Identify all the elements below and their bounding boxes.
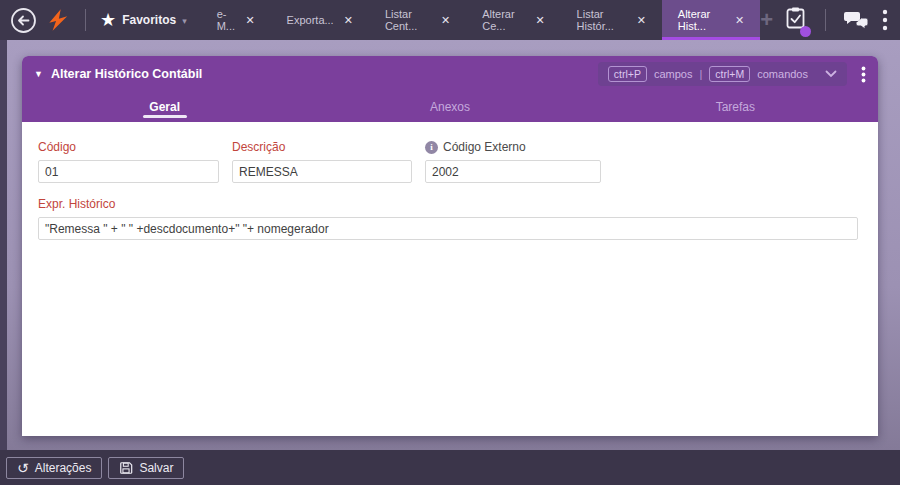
top-bar-divider (825, 9, 826, 31)
close-icon[interactable]: ✕ (735, 14, 744, 27)
tasks-clipboard-button[interactable] (785, 6, 807, 34)
new-tab-button[interactable]: + (760, 9, 773, 31)
left-edge-strip (0, 40, 7, 450)
form-area: Código Descrição i Código Externo (22, 122, 878, 436)
close-icon[interactable]: ✕ (344, 14, 353, 27)
tab-label: Listar Cent... (385, 8, 431, 32)
form-row-2: Expr. Histórico (38, 197, 862, 240)
codigo-input[interactable] (38, 160, 219, 183)
notification-dot (800, 26, 811, 37)
tab-tarefas[interactable]: Tarefas (593, 92, 878, 122)
tab-label: e-M... (217, 8, 236, 32)
shortcut-separator: | (700, 68, 703, 80)
window-tabs: e-M... ✕ Exporta... ✕ Listar Cent... ✕ A… (201, 0, 760, 40)
kebab-menu-icon (861, 66, 866, 83)
tab-e-mail[interactable]: e-M... ✕ (201, 0, 271, 40)
codigo-externo-input[interactable] (425, 160, 601, 183)
close-icon[interactable]: ✕ (441, 14, 450, 27)
codigo-externo-label: i Código Externo (425, 140, 601, 154)
tab-geral[interactable]: Geral (22, 92, 307, 122)
panel-header: ▼ Alterar Histórico Contábil ctrl+P camp… (22, 56, 878, 92)
tab-alterar-historico-active[interactable]: Alterar Hist... ✕ (662, 0, 760, 40)
field-codigo-externo: i Código Externo (425, 140, 601, 183)
tab-label: Exporta... (287, 14, 334, 26)
salvar-button[interactable]: Salvar (108, 457, 184, 479)
codigo-externo-label-text: Código Externo (443, 140, 526, 154)
tab-alterar-centro[interactable]: Alterar Ce... ✕ (466, 0, 560, 40)
tab-label: Tarefas (716, 100, 755, 114)
tab-label: Geral (149, 100, 180, 114)
shortcut-fields-label: campos (654, 68, 693, 80)
save-icon (119, 461, 133, 475)
kebab-menu-icon (882, 9, 888, 31)
info-icon[interactable]: i (425, 141, 438, 154)
keycap-ctrl-p: ctrl+P (608, 66, 647, 82)
codigo-label: Código (38, 140, 219, 154)
top-bar-left: ★ Favoritos ▾ (0, 7, 187, 34)
favorites-menu[interactable]: ★ Favoritos ▾ (100, 11, 187, 29)
chat-button[interactable] (844, 10, 870, 30)
top-bar: ★ Favoritos ▾ e-M... ✕ Exporta... ✕ List… (0, 0, 900, 40)
tab-label: Alterar Hist... (678, 8, 725, 32)
tab-label: Anexos (430, 100, 470, 114)
back-arrow-icon (10, 7, 37, 34)
close-icon[interactable]: ✕ (637, 14, 646, 27)
panel-header-actions: ctrl+P campos | ctrl+M comandos (598, 62, 866, 86)
chevron-down-icon: ▾ (182, 16, 187, 26)
star-icon: ★ (100, 11, 116, 29)
field-expr-historico: Expr. Histórico (38, 197, 858, 240)
app-window: ★ Favoritos ▾ e-M... ✕ Exporta... ✕ List… (0, 0, 900, 485)
salvar-label: Salvar (139, 461, 173, 475)
close-icon[interactable]: ✕ (245, 14, 254, 27)
tab-exportar[interactable]: Exporta... ✕ (271, 0, 369, 40)
shortcut-commands-label: comandos (757, 68, 808, 80)
back-button[interactable] (10, 7, 37, 34)
tab-listar-centro[interactable]: Listar Cent... ✕ (369, 0, 466, 40)
tab-label: Listar Histór... (577, 8, 627, 32)
close-icon[interactable]: ✕ (535, 14, 544, 27)
top-bar-divider (85, 9, 86, 31)
expr-historico-input[interactable] (38, 217, 858, 240)
overflow-menu-button[interactable] (882, 9, 888, 31)
field-codigo: Código (38, 140, 219, 183)
alteracoes-label: Alterações (35, 461, 92, 475)
field-descricao: Descrição (232, 140, 412, 183)
keycap-ctrl-m: ctrl+M (709, 66, 750, 82)
brand-logo-icon[interactable] (45, 7, 71, 33)
tab-listar-historico[interactable]: Listar Histór... ✕ (561, 0, 662, 40)
panel-menu-button[interactable] (861, 66, 866, 83)
tab-anexos[interactable]: Anexos (307, 92, 592, 122)
record-panel: ▼ Alterar Histórico Contábil ctrl+P camp… (22, 56, 878, 436)
tab-label: Alterar Ce... (482, 8, 525, 32)
shortcuts-dropdown[interactable]: ctrl+P campos | ctrl+M comandos (598, 62, 847, 86)
workspace: ▼ Alterar Histórico Contábil ctrl+P camp… (0, 40, 900, 450)
panel-title: Alterar Histórico Contábil (51, 67, 202, 81)
expr-historico-label: Expr. Histórico (38, 197, 858, 211)
history-icon: ↺ (17, 461, 29, 475)
chat-bubbles-icon (844, 10, 870, 30)
form-row-1: Código Descrição i Código Externo (38, 140, 862, 183)
descricao-input[interactable] (232, 160, 412, 183)
descricao-label: Descrição (232, 140, 412, 154)
panel-tab-bar: Geral Anexos Tarefas (22, 92, 878, 122)
action-bar: ↺ Alterações Salvar (0, 450, 900, 485)
collapse-caret-icon[interactable]: ▼ (34, 69, 43, 79)
top-bar-actions: + (760, 6, 900, 34)
favorites-label: Favoritos (122, 13, 176, 27)
alteracoes-button[interactable]: ↺ Alterações (6, 457, 102, 479)
chevron-down-icon[interactable] (825, 70, 837, 78)
